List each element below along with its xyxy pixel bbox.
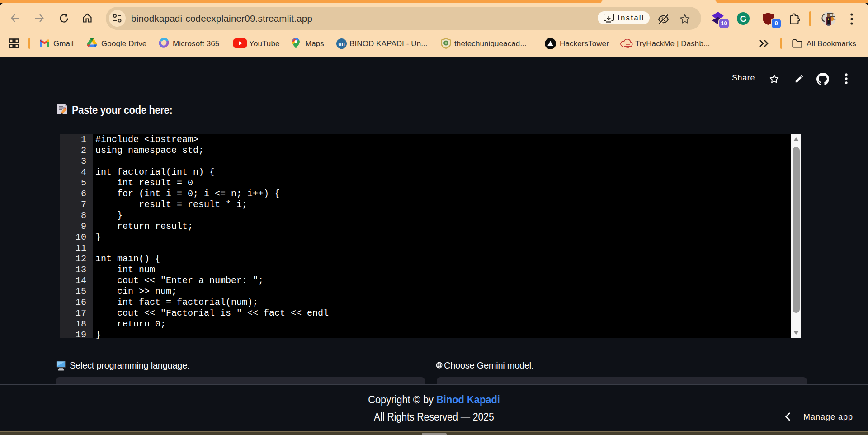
svg-text:G: G <box>740 14 747 24</box>
svg-text:un: un <box>338 41 345 47</box>
